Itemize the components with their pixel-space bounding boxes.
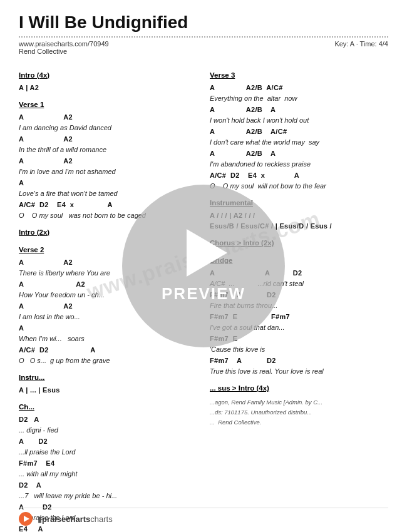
verse1-header: Verse 1 <box>19 100 197 111</box>
chorus-left-header: Ch... <box>19 402 197 413</box>
verse2-header: Verse 2 <box>19 245 197 256</box>
page: I Will Be Undignified www.praisecharts.c… <box>0 0 407 532</box>
song-title: I Will Be Undignified <box>19 13 388 33</box>
chorus-intro-header: Chorus > Intro (2x) <box>210 238 388 249</box>
section-verse3: Verse 3 A A2/B A/C# Everything on the al… <box>210 70 388 192</box>
section-verse2: Verse 2 A A2 There is liberty where You … <box>19 245 197 366</box>
verse3-header: Verse 3 <box>210 70 388 81</box>
section-chorus-intro: Chorus > Intro (2x) <box>210 238 388 249</box>
left-column: Intro (4x) A | A2 Verse 1 A A2 I am danc… <box>19 64 197 532</box>
instru-header: Instru... <box>19 372 197 384</box>
intro2-header: Intro (2x) <box>19 227 197 238</box>
section-intro2: Intro (2x) <box>19 227 197 238</box>
right-column: Verse 3 A A2/B A/C# Everything on the al… <box>210 64 388 532</box>
intro-chords: A | A2 <box>19 83 197 93</box>
footer: ▮praisechartscharts <box>19 508 388 526</box>
intro-header: Intro (4x) <box>19 70 197 81</box>
instrumental-header: Instrumental <box>210 198 388 209</box>
footer-play-icon <box>24 516 29 522</box>
section-instrumental: Instrumental A / / / | A2 / / / Esus/B /… <box>210 198 388 232</box>
subtitle-row: www.praisecharts.com/70949 Rend Collecti… <box>19 40 388 55</box>
divider <box>19 36 388 38</box>
section-chorus-intro2: ... sus > Intro (4x) <box>210 383 388 394</box>
url-artist: www.praisecharts.com/70949 Rend Collecti… <box>19 40 109 55</box>
section-instru: Instru... A | ... | Esus <box>19 372 197 396</box>
bridge-header: Bridge <box>210 255 388 267</box>
section-copyright: ...agon, Rend Family Music [Admin. by C.… <box>210 398 388 427</box>
section-intro: Intro (4x) A | A2 <box>19 70 197 93</box>
footer-site: ▮praisechartscharts <box>38 514 113 524</box>
section-bridge: Bridge A A D2 A/C# ... ...rld can't stea… <box>210 255 388 377</box>
chorus-intro2-header: ... sus > Intro (4x) <box>210 383 388 394</box>
key-time: Key: A · Time: 4/4 <box>334 40 388 55</box>
section-verse1: Verse 1 A A2 I am dancing as David dance… <box>19 100 197 221</box>
footer-logo[interactable] <box>19 512 33 526</box>
footer-site-name: praisecharts <box>42 514 90 524</box>
content-columns: Intro (4x) A | A2 Verse 1 A A2 I am danc… <box>19 64 388 532</box>
